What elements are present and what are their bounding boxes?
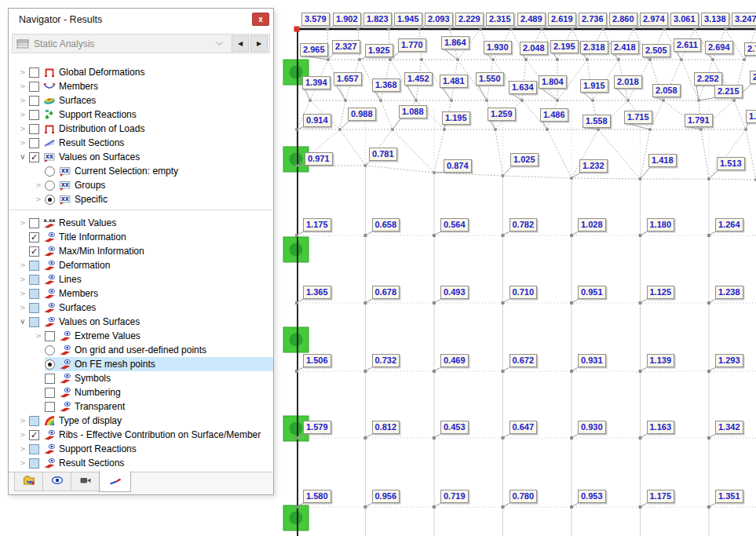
chevron-collapsed-icon[interactable]: > — [16, 82, 29, 90]
close-icon[interactable]: x — [252, 13, 269, 26]
tab-data[interactable] — [14, 472, 43, 491]
checkbox-unchecked[interactable] — [29, 138, 39, 148]
tree-item-members[interactable]: >Members — [9, 286, 273, 301]
checkbox-checked[interactable]: ✓ — [29, 246, 39, 257]
tree-item-support-reactions[interactable]: >Support Reactions — [9, 108, 273, 122]
prev-arrow-button[interactable]: ◀ — [232, 35, 249, 52]
tree-item-values-on-surfaces[interactable]: >Values on Surfaces — [9, 315, 273, 329]
tree-item-current-selection-empty[interactable]: xxCurrent Selection: empty — [9, 164, 273, 178]
navigator-panel: Navigator - Results x Static Analysis ◀ … — [8, 8, 274, 495]
radio-off[interactable] — [45, 345, 55, 356]
mesh-value-label: 2.7 — [744, 42, 756, 56]
radio-off[interactable] — [45, 166, 55, 177]
tree-item-lines[interactable]: >Lines — [9, 272, 273, 286]
next-arrow-button[interactable]: ▶ — [250, 35, 268, 52]
checkbox-unchecked[interactable] — [45, 374, 55, 384]
chevron-collapsed-icon[interactable]: > — [32, 181, 45, 189]
tree-item-label: Deformation — [59, 260, 110, 271]
checkbox-checked[interactable]: ✓ — [29, 152, 39, 162]
chevron-collapsed-icon[interactable]: > — [16, 445, 29, 453]
tree-item-specific[interactable]: >xxSpecific — [9, 192, 273, 206]
chevron-down-icon[interactable] — [215, 41, 224, 46]
tree-item-on-fe-mesh-points[interactable]: On FE mesh points — [9, 357, 273, 371]
checkbox-unchecked[interactable] — [45, 402, 55, 412]
checkbox-filled[interactable] — [29, 261, 39, 271]
chevron-collapsed-icon[interactable]: > — [16, 275, 29, 283]
tree-item-global-deformations[interactable]: >Global Deformations — [9, 65, 273, 79]
chevron-collapsed-icon[interactable]: > — [16, 417, 29, 425]
chevron-collapsed-icon[interactable]: > — [16, 261, 29, 269]
checkbox-checked[interactable]: ✓ — [29, 232, 39, 242]
checkbox-unchecked[interactable] — [45, 388, 55, 398]
chevron-collapsed-icon[interactable]: > — [16, 111, 29, 119]
tree-item-numbering[interactable]: Numbering — [9, 385, 273, 399]
checkbox-filled[interactable] — [29, 317, 39, 327]
mesh-value-label: 0.672 — [509, 354, 538, 367]
chevron-collapsed-icon[interactable]: > — [16, 431, 29, 439]
chevron-collapsed-icon[interactable]: > — [16, 139, 29, 147]
tab-display[interactable] — [42, 472, 71, 491]
checkbox-filled[interactable] — [29, 303, 39, 313]
tree-item-extreme-values[interactable]: >Extreme Values — [9, 329, 273, 343]
panel-tabbar — [9, 472, 273, 494]
checkbox-filled[interactable] — [29, 275, 39, 285]
tree-item-surfaces[interactable]: >Surfaces — [9, 301, 273, 315]
app-viewport: 3.5791.9021.8231.9452.0932.2292.3152.489… — [0, 0, 756, 536]
chevron-collapsed-icon[interactable]: > — [16, 125, 29, 133]
tree-item-result-sections[interactable]: >Result Sections — [9, 456, 273, 470]
chevron-collapsed-icon[interactable]: > — [16, 459, 29, 467]
tree-item-result-values[interactable]: >x.xxResult Values — [9, 216, 273, 230]
checkbox-filled[interactable] — [29, 416, 39, 426]
checkbox-unchecked[interactable] — [29, 124, 39, 134]
tree-item-on-grid-and-user-defined-points[interactable]: On grid and user-defined points — [9, 343, 273, 357]
tree-item-max-min-information[interactable]: ✓Max/Min Information — [9, 244, 273, 258]
tree-item-members[interactable]: >Members — [9, 79, 273, 93]
tree-item-distribution-of-loads[interactable]: >Distribution of Loads — [9, 122, 273, 136]
tree-item-groups[interactable]: >xxGroups — [9, 178, 273, 192]
mesh-value-label: 1.351 — [715, 490, 743, 503]
tab-views[interactable] — [71, 472, 100, 491]
tree-item-label: Current Selection: empty — [75, 166, 178, 177]
tree-item-type-of-display[interactable]: >Type of display — [9, 414, 273, 428]
checkbox-filled[interactable] — [29, 444, 39, 454]
mesh-value-label: 0.951 — [578, 286, 606, 299]
panel-titlebar[interactable]: Navigator - Results x — [9, 9, 273, 30]
checkbox-unchecked[interactable] — [45, 331, 55, 341]
checkbox-unchecked[interactable] — [29, 82, 39, 92]
tree-item-transparent[interactable]: Transparent — [9, 399, 273, 414]
checkbox-unchecked[interactable] — [29, 67, 39, 78]
mesh-value-label: 1.770 — [398, 38, 426, 52]
mesh-value-label: 2.018 — [614, 75, 642, 89]
chevron-collapsed-icon[interactable]: > — [16, 97, 29, 104]
chevron-collapsed-icon[interactable]: > — [32, 332, 45, 340]
tree-item-title-information[interactable]: ✓Title Information — [9, 230, 273, 244]
tree-item-result-sections[interactable]: >Result Sections — [9, 136, 273, 150]
checkbox-unchecked[interactable] — [29, 110, 39, 120]
tree-item-symbols[interactable]: Symbols — [9, 371, 273, 385]
chevron-collapsed-icon[interactable]: > — [16, 219, 29, 227]
radio-on[interactable] — [45, 195, 55, 205]
tree-item-surfaces[interactable]: >Surfaces — [9, 93, 273, 108]
mesh-value-label: 0.453 — [440, 421, 469, 434]
chevron-collapsed-icon[interactable]: > — [32, 195, 45, 203]
chevron-collapsed-icon[interactable]: > — [16, 68, 29, 76]
chevron-collapsed-icon[interactable]: > — [16, 304, 29, 312]
chevron-expanded-icon[interactable]: > — [19, 315, 27, 328]
checkbox-filled[interactable] — [29, 289, 39, 299]
checkbox-checked[interactable]: ✓ — [29, 430, 39, 440]
mesh-value-label: 1.452 — [404, 72, 433, 86]
tree-item-core: x.xxResult Values — [29, 216, 273, 230]
tab-results[interactable] — [99, 471, 131, 492]
checkbox-unchecked[interactable] — [29, 96, 39, 106]
checkbox-filled[interactable] — [29, 458, 39, 469]
analysis-selector[interactable]: Static Analysis ◀ ▶ — [12, 34, 270, 53]
tree-item-ribs-effective-contribution-on-surface-member[interactable]: >✓Ribs - Effective Contribution on Surfa… — [9, 428, 273, 442]
radio-on[interactable] — [45, 359, 55, 370]
chevron-collapsed-icon[interactable]: > — [16, 290, 29, 297]
tree-item-support-reactions[interactable]: >Support Reactions — [9, 442, 273, 456]
radio-off[interactable] — [45, 180, 55, 191]
tree-item-values-on-surfaces[interactable]: >✓xxValues on Surfaces — [9, 150, 273, 164]
checkbox-unchecked[interactable] — [29, 218, 39, 228]
tree-item-deformation[interactable]: >Deformation — [9, 258, 273, 272]
chevron-expanded-icon[interactable]: > — [19, 151, 27, 163]
